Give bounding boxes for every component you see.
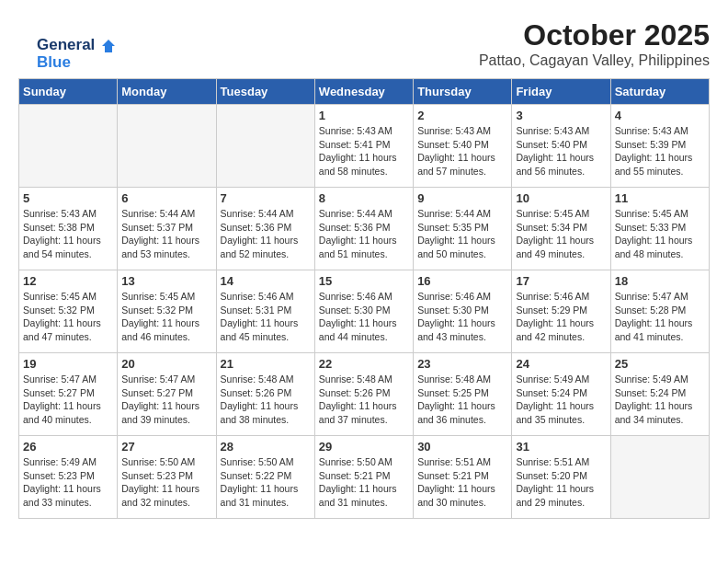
- cell-text: Sunrise: 5:48 AM Sunset: 5:25 PM Dayligh…: [417, 373, 507, 427]
- calendar-cell: 27Sunrise: 5:50 AM Sunset: 5:23 PM Dayli…: [118, 436, 216, 519]
- calendar-cell: [19, 105, 118, 188]
- day-number: 29: [319, 440, 409, 454]
- day-number: 13: [121, 274, 211, 288]
- cell-text: Sunrise: 5:50 AM Sunset: 5:22 PM Dayligh…: [221, 455, 311, 510]
- calendar-cell: 12Sunrise: 5:45 AM Sunset: 5:32 PM Dayli…: [19, 270, 118, 353]
- day-number: 2: [417, 109, 507, 122]
- cell-text: Sunrise: 5:43 AM Sunset: 5:41 PM Dayligh…: [319, 124, 409, 178]
- calendar-cell: 17Sunrise: 5:46 AM Sunset: 5:29 PM Dayli…: [512, 270, 610, 353]
- calendar-cell: 11Sunrise: 5:45 AM Sunset: 5:33 PM Dayli…: [610, 188, 709, 270]
- calendar-cell: 18Sunrise: 5:47 AM Sunset: 5:28 PM Dayli…: [610, 270, 709, 353]
- calendar-cell: 10Sunrise: 5:45 AM Sunset: 5:34 PM Dayli…: [512, 188, 610, 270]
- calendar-cell: 3Sunrise: 5:43 AM Sunset: 5:40 PM Daylig…: [512, 105, 610, 188]
- weekday-header-saturday: Saturday: [610, 79, 709, 105]
- calendar-cell: 28Sunrise: 5:50 AM Sunset: 5:22 PM Dayli…: [216, 436, 314, 519]
- cell-text: Sunrise: 5:43 AM Sunset: 5:40 PM Dayligh…: [516, 124, 606, 178]
- cell-text: Sunrise: 5:44 AM Sunset: 5:36 PM Dayligh…: [221, 207, 311, 261]
- weekday-header-friday: Friday: [512, 79, 610, 105]
- header-section: October 2025 Pattao, Cagayan Valley, Phi…: [18, 18, 710, 69]
- cell-text: Sunrise: 5:43 AM Sunset: 5:39 PM Dayligh…: [615, 124, 705, 178]
- day-number: 1: [319, 109, 409, 122]
- cell-text: Sunrise: 5:44 AM Sunset: 5:36 PM Dayligh…: [319, 207, 409, 261]
- day-number: 31: [516, 440, 606, 454]
- top-area: General Blue October 2025 Pattao, Cagaya…: [18, 18, 710, 69]
- cell-text: Sunrise: 5:47 AM Sunset: 5:28 PM Dayligh…: [615, 290, 705, 344]
- day-number: 26: [23, 440, 113, 454]
- cell-text: Sunrise: 5:46 AM Sunset: 5:30 PM Dayligh…: [319, 290, 409, 344]
- calendar-cell: 13Sunrise: 5:45 AM Sunset: 5:32 PM Dayli…: [118, 270, 216, 353]
- day-number: 17: [516, 274, 606, 288]
- calendar-cell: 19Sunrise: 5:47 AM Sunset: 5:27 PM Dayli…: [19, 353, 118, 436]
- logo-line1: General: [37, 37, 117, 54]
- cell-text: Sunrise: 5:46 AM Sunset: 5:31 PM Dayligh…: [221, 290, 311, 344]
- calendar-cell: 4Sunrise: 5:43 AM Sunset: 5:39 PM Daylig…: [610, 105, 709, 188]
- day-number: 25: [615, 357, 705, 371]
- cell-text: Sunrise: 5:43 AM Sunset: 5:38 PM Dayligh…: [23, 207, 113, 261]
- week-row-1: 1Sunrise: 5:43 AM Sunset: 5:41 PM Daylig…: [19, 105, 710, 188]
- week-row-5: 26Sunrise: 5:49 AM Sunset: 5:23 PM Dayli…: [19, 436, 710, 519]
- cell-text: Sunrise: 5:45 AM Sunset: 5:32 PM Dayligh…: [121, 290, 211, 344]
- calendar-cell: 23Sunrise: 5:48 AM Sunset: 5:25 PM Dayli…: [414, 353, 512, 436]
- calendar-cell: 24Sunrise: 5:49 AM Sunset: 5:24 PM Dayli…: [512, 353, 610, 436]
- day-number: 4: [615, 109, 705, 122]
- cell-text: Sunrise: 5:51 AM Sunset: 5:20 PM Dayligh…: [516, 455, 606, 510]
- day-number: 7: [221, 191, 311, 205]
- day-number: 6: [121, 191, 211, 205]
- cell-text: Sunrise: 5:50 AM Sunset: 5:23 PM Dayligh…: [121, 455, 211, 510]
- cell-text: Sunrise: 5:46 AM Sunset: 5:30 PM Dayligh…: [417, 290, 507, 344]
- day-number: 23: [417, 357, 507, 371]
- day-number: 22: [319, 357, 409, 371]
- day-number: 27: [121, 440, 211, 454]
- cell-text: Sunrise: 5:50 AM Sunset: 5:21 PM Dayligh…: [319, 455, 409, 510]
- week-row-2: 5Sunrise: 5:43 AM Sunset: 5:38 PM Daylig…: [19, 188, 710, 270]
- calendar-cell: 31Sunrise: 5:51 AM Sunset: 5:20 PM Dayli…: [512, 436, 610, 519]
- day-number: 15: [319, 274, 409, 288]
- weekday-header-row: SundayMondayTuesdayWednesdayThursdayFrid…: [19, 79, 710, 105]
- logo-icon: [100, 38, 117, 54]
- day-number: 12: [23, 274, 113, 288]
- weekday-header-monday: Monday: [118, 79, 216, 105]
- calendar-cell: [216, 105, 314, 188]
- day-number: 10: [516, 191, 606, 205]
- cell-text: Sunrise: 5:49 AM Sunset: 5:23 PM Dayligh…: [23, 455, 113, 510]
- logo: General Blue: [37, 37, 117, 71]
- day-number: 18: [615, 274, 705, 288]
- logo-line2: Blue: [37, 54, 117, 72]
- day-number: 11: [615, 191, 705, 205]
- cell-text: Sunrise: 5:48 AM Sunset: 5:26 PM Dayligh…: [319, 373, 409, 427]
- calendar-cell: 9Sunrise: 5:44 AM Sunset: 5:35 PM Daylig…: [414, 188, 512, 270]
- cell-text: Sunrise: 5:43 AM Sunset: 5:40 PM Dayligh…: [417, 124, 507, 178]
- cell-text: Sunrise: 5:44 AM Sunset: 5:35 PM Dayligh…: [417, 207, 507, 261]
- calendar-cell: 5Sunrise: 5:43 AM Sunset: 5:38 PM Daylig…: [19, 188, 118, 270]
- calendar-cell: 20Sunrise: 5:47 AM Sunset: 5:27 PM Dayli…: [118, 353, 216, 436]
- calendar-table: SundayMondayTuesdayWednesdayThursdayFrid…: [18, 78, 710, 519]
- location-title: Pattao, Cagayan Valley, Philippines: [18, 52, 710, 69]
- cell-text: Sunrise: 5:44 AM Sunset: 5:37 PM Dayligh…: [121, 207, 211, 261]
- day-number: 19: [23, 357, 113, 371]
- calendar-cell: 29Sunrise: 5:50 AM Sunset: 5:21 PM Dayli…: [314, 436, 413, 519]
- calendar-cell: 6Sunrise: 5:44 AM Sunset: 5:37 PM Daylig…: [118, 188, 216, 270]
- cell-text: Sunrise: 5:46 AM Sunset: 5:29 PM Dayligh…: [516, 290, 606, 344]
- day-number: 30: [417, 440, 507, 454]
- cell-text: Sunrise: 5:45 AM Sunset: 5:32 PM Dayligh…: [23, 290, 113, 344]
- day-number: 8: [319, 191, 409, 205]
- calendar-cell: 30Sunrise: 5:51 AM Sunset: 5:21 PM Dayli…: [414, 436, 512, 519]
- day-number: 14: [221, 274, 311, 288]
- calendar-cell: [610, 436, 709, 519]
- day-number: 24: [516, 357, 606, 371]
- cell-text: Sunrise: 5:45 AM Sunset: 5:34 PM Dayligh…: [516, 207, 606, 261]
- cell-text: Sunrise: 5:49 AM Sunset: 5:24 PM Dayligh…: [516, 373, 606, 427]
- cell-text: Sunrise: 5:49 AM Sunset: 5:24 PM Dayligh…: [615, 373, 705, 427]
- week-row-4: 19Sunrise: 5:47 AM Sunset: 5:27 PM Dayli…: [19, 353, 710, 436]
- day-number: 21: [221, 357, 311, 371]
- calendar-cell: 14Sunrise: 5:46 AM Sunset: 5:31 PM Dayli…: [216, 270, 314, 353]
- day-number: 16: [417, 274, 507, 288]
- day-number: 28: [221, 440, 311, 454]
- calendar-cell: 8Sunrise: 5:44 AM Sunset: 5:36 PM Daylig…: [314, 188, 413, 270]
- day-number: 5: [23, 191, 113, 205]
- calendar-cell: 21Sunrise: 5:48 AM Sunset: 5:26 PM Dayli…: [216, 353, 314, 436]
- day-number: 3: [516, 109, 606, 122]
- calendar-cell: 15Sunrise: 5:46 AM Sunset: 5:30 PM Dayli…: [314, 270, 413, 353]
- weekday-header-tuesday: Tuesday: [216, 79, 314, 105]
- weekday-header-wednesday: Wednesday: [314, 79, 413, 105]
